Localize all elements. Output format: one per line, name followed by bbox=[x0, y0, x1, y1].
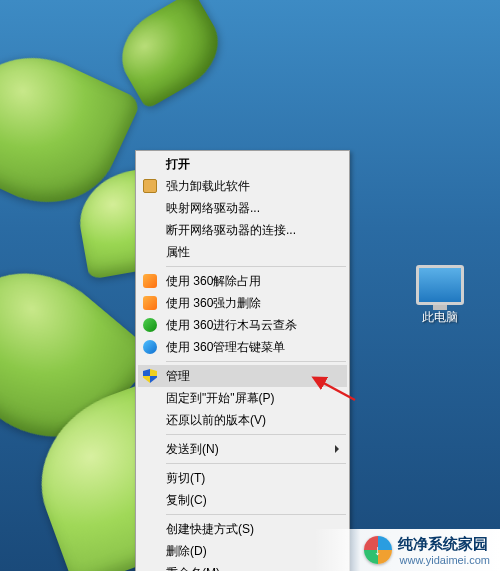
menu-360-manage-context[interactable]: 使用 360管理右键菜单 bbox=[138, 336, 347, 358]
menu-disconnect-network-drive[interactable]: 断开网络驱动器的连接... bbox=[138, 219, 347, 241]
menu-uninstall[interactable]: 强力卸载此软件 bbox=[138, 175, 347, 197]
desktop-icon-label: 此电脑 bbox=[410, 309, 470, 326]
menu-360-unlock[interactable]: 使用 360解除占用 bbox=[138, 270, 347, 292]
360-delete-icon bbox=[142, 295, 158, 311]
360-unlock-icon bbox=[142, 273, 158, 289]
menu-properties-top[interactable]: 属性 bbox=[138, 241, 347, 263]
menu-separator bbox=[166, 434, 346, 435]
shield-icon bbox=[142, 368, 158, 384]
computer-icon bbox=[416, 265, 464, 305]
menu-restore-previous-versions[interactable]: 还原以前的版本(V) bbox=[138, 409, 347, 431]
desktop-this-pc-icon[interactable]: 此电脑 bbox=[410, 265, 470, 326]
watermark: 纯净系统家园 www.yidaimei.com bbox=[314, 529, 500, 571]
menu-open[interactable]: 打开 bbox=[138, 153, 347, 175]
menu-separator bbox=[166, 266, 346, 267]
uninstall-icon bbox=[142, 178, 158, 194]
watermark-brand: 纯净系统家园 bbox=[398, 535, 490, 554]
menu-separator bbox=[166, 463, 346, 464]
menu-pin-to-start[interactable]: 固定到"开始"屏幕(P) bbox=[138, 387, 347, 409]
menu-manage[interactable]: 管理 bbox=[138, 365, 347, 387]
menu-separator bbox=[166, 361, 346, 362]
menu-copy[interactable]: 复制(C) bbox=[138, 489, 347, 511]
menu-send-to[interactable]: 发送到(N) bbox=[138, 438, 347, 460]
watermark-logo-icon bbox=[364, 536, 392, 564]
menu-360-force-delete[interactable]: 使用 360强力删除 bbox=[138, 292, 347, 314]
360-manage-icon bbox=[142, 339, 158, 355]
menu-map-network-drive[interactable]: 映射网络驱动器... bbox=[138, 197, 347, 219]
menu-360-trojan-scan[interactable]: 使用 360进行木马云查杀 bbox=[138, 314, 347, 336]
watermark-url: www.yidaimei.com bbox=[400, 554, 490, 566]
chevron-right-icon bbox=[335, 445, 339, 453]
context-menu: 打开 强力卸载此软件 映射网络驱动器... 断开网络驱动器的连接... 属性 使… bbox=[135, 150, 350, 571]
menu-separator bbox=[166, 514, 346, 515]
menu-cut[interactable]: 剪切(T) bbox=[138, 467, 347, 489]
360-scan-icon bbox=[142, 317, 158, 333]
